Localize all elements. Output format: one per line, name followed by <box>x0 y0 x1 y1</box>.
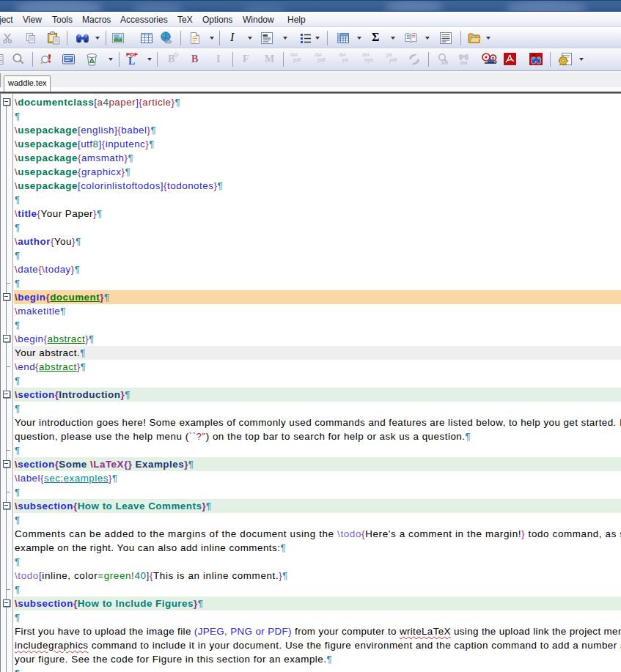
svg-text:DVI: DVI <box>460 61 468 65</box>
svg-text:DVI: DVI <box>441 61 449 65</box>
